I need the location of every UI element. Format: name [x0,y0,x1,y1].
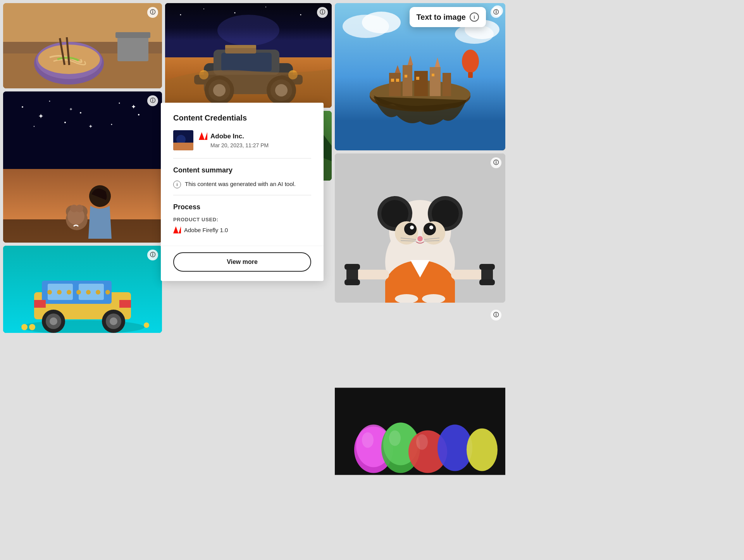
info-badge-floating[interactable]: ⓘ [491,7,501,18]
svg-point-47 [67,290,71,295]
svg-point-86 [362,12,401,33]
info-icon-floating: ⓘ [493,9,499,16]
view-more-section: View more [161,246,324,281]
svg-marker-151 [205,132,207,140]
info-icon-lego: ⓘ [150,252,155,258]
svg-rect-95 [443,73,451,96]
svg-line-125 [424,241,439,241]
divider-2 [173,195,311,195]
svg-rect-94 [430,67,441,96]
svg-rect-52 [34,300,46,308]
svg-point-64 [300,14,301,16]
svg-rect-9 [115,32,150,38]
content-summary-row: i This content was generated with an AI … [173,180,311,189]
svg-point-51 [105,290,110,295]
svg-point-60 [180,14,181,16]
info-badge-noodle[interactable]: ⓘ [147,7,158,18]
svg-rect-8 [117,34,148,61]
credential-thumbnail [173,130,193,150]
svg-point-66 [217,15,279,46]
image-card-candy: ⓘ [335,306,505,557]
svg-rect-102 [416,77,419,80]
info-badge-hamster[interactable]: ⓘ [491,157,501,168]
svg-marker-152 [173,226,179,233]
svg-point-14 [80,112,81,114]
adobe-logo-icon [199,132,207,141]
info-badge-candy[interactable]: ⓘ [491,310,501,320]
svg-rect-149 [173,143,193,150]
svg-point-31 [76,205,83,212]
info-icon-noodle: ⓘ [150,9,155,16]
svg-point-13 [49,101,50,102]
svg-text:✦: ✦ [131,103,136,110]
svg-point-44 [110,317,117,325]
svg-point-143 [467,429,498,471]
svg-point-120 [429,226,433,229]
info-icon-hamster: ⓘ [493,159,499,166]
divider-1 [173,158,311,159]
gallery-col-3: i ⓘ Text to image i [335,3,505,557]
info-badge-girl[interactable]: ⓘ [147,95,158,106]
svg-point-19 [111,124,112,125]
image-card-car-desert: ⓘ [165,3,332,108]
info-badge-lego[interactable]: ⓘ [147,250,158,260]
adobe-product-logo-icon [173,226,181,234]
svg-text:✦: ✦ [88,123,93,129]
svg-point-61 [203,9,204,9]
svg-point-119 [410,226,414,229]
svg-rect-105 [468,72,473,78]
gallery-col-1: ⓘ [3,3,162,557]
svg-rect-130 [344,279,360,285]
product-row: Adobe Firefly 1.0 [173,226,311,234]
svg-point-117 [404,223,417,235]
credentials-panel: Content Credentials [161,103,324,281]
tooltip-info-icon: i [474,14,475,20]
svg-rect-69 [221,53,272,71]
svg-rect-129 [344,264,360,270]
svg-point-104 [462,50,479,73]
svg-rect-126 [354,270,389,279]
svg-point-55 [29,324,35,330]
svg-point-17 [34,126,35,127]
svg-point-12 [22,106,23,108]
process-title: Process [173,203,311,211]
svg-rect-133 [479,279,495,285]
svg-point-121 [417,236,423,241]
svg-point-56 [144,322,149,328]
info-badge-car-desert[interactable]: ⓘ [317,7,328,18]
svg-point-49 [86,290,91,295]
image-card-floating-island: i ⓘ Text to image i [335,3,505,150]
image-card-hamster: ⓘ [335,153,505,303]
svg-point-16 [138,114,140,115]
product-name: Adobe Firefly 1.0 [184,227,228,233]
gallery-grid: ⓘ [0,0,744,560]
tooltip-info-circle[interactable]: i [470,12,479,22]
tooltip-label: Text to image [417,13,466,22]
svg-point-63 [265,7,266,7]
svg-point-15 [119,103,120,104]
svg-rect-100 [396,79,399,82]
svg-text:✦: ✦ [38,112,44,120]
product-used-label: PRODUCT USED: [173,217,311,222]
svg-marker-150 [199,132,205,140]
image-card-noodle: ⓘ [3,3,162,88]
svg-point-46 [57,290,62,295]
svg-point-62 [234,12,236,14]
svg-rect-103 [432,74,434,76]
panel-scrollable-area[interactable]: Content Credentials [161,103,324,246]
svg-rect-81 [225,45,256,48]
view-more-button[interactable]: View more [173,252,311,272]
info-icon-girl: ⓘ [150,97,155,104]
svg-rect-91 [389,73,401,96]
process-section: Process PRODUCT USED: Adobe Firefly 1.0 [173,203,311,234]
image-card-lego: ⓘ [3,246,162,333]
credential-row: Adobe Inc. Mar 20, 2023, 11:27 PM [173,130,311,150]
info-icon-car-desert: ⓘ [320,9,325,16]
svg-point-118 [424,223,436,235]
svg-rect-132 [479,264,495,270]
tooltip-popup: Text to image i [410,7,486,27]
svg-point-145 [389,431,401,446]
svg-line-123 [401,241,416,241]
svg-rect-99 [391,79,394,82]
credential-date: Mar 20, 2023, 11:27 PM [210,142,269,148]
